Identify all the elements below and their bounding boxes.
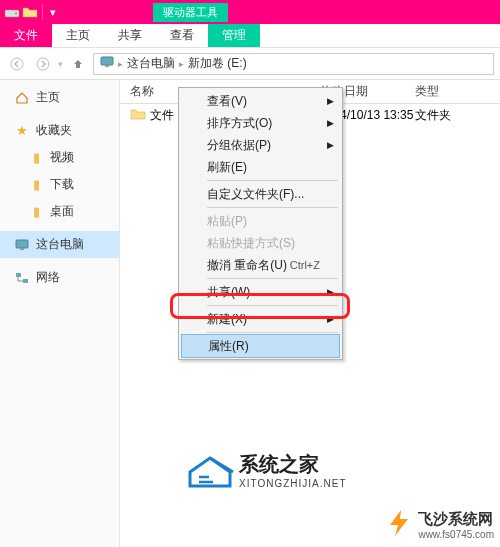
submenu-arrow-icon: ▶: [327, 140, 334, 150]
menu-manage[interactable]: 管理: [208, 24, 260, 47]
sidebar-item-favorites[interactable]: ★ 收藏夹: [0, 117, 119, 144]
sidebar-item-videos[interactable]: ▮ 视频: [0, 144, 119, 171]
pc-icon: [14, 237, 30, 253]
ctx-refresh[interactable]: 刷新(E): [181, 156, 340, 178]
breadcrumb[interactable]: ▸ 这台电脑 ▸ 新加卷 (E:): [93, 53, 494, 75]
watermark-sub: www.fs0745.com: [418, 529, 494, 540]
ctx-new[interactable]: 新建(X)▶: [181, 308, 340, 330]
sidebar-label: 桌面: [50, 203, 74, 220]
folder-icon: ▮: [28, 177, 44, 193]
history-dropdown-icon[interactable]: ▾: [58, 59, 63, 69]
ctx-separator: [207, 305, 338, 306]
network-icon: [14, 270, 30, 286]
sidebar-item-desktop[interactable]: ▮ 桌面: [0, 198, 119, 225]
up-button[interactable]: [67, 53, 89, 75]
watermark-title: 系统之家: [239, 451, 347, 478]
title-bar: ▾ 驱动器工具: [0, 0, 500, 24]
watermark-logo-icon: [185, 450, 235, 490]
submenu-arrow-icon: ▶: [327, 314, 334, 324]
ctx-paste: 粘贴(P): [181, 210, 340, 232]
sidebar-label: 收藏夹: [36, 122, 72, 139]
forward-button[interactable]: [32, 53, 54, 75]
context-menu: 查看(V)▶ 排序方式(O)▶ 分组依据(P)▶ 刷新(E) 自定义文件夹(F)…: [178, 87, 343, 360]
sidebar-label: 这台电脑: [36, 236, 84, 253]
ctx-sort[interactable]: 排序方式(O)▶: [181, 112, 340, 134]
ctx-separator: [207, 180, 338, 181]
svg-rect-9: [23, 279, 28, 283]
folder-icon: [130, 107, 146, 124]
watermark-xitong: 系统之家 XITONGZHIJIA.NET: [185, 450, 347, 490]
svg-point-3: [37, 58, 49, 70]
menu-bar: 文件 主页 共享 查看 管理: [0, 24, 500, 48]
ctx-properties[interactable]: 属性(R): [181, 334, 340, 358]
ctx-paste-shortcut: 粘贴快捷方式(S): [181, 232, 340, 254]
file-name: 文件: [150, 107, 174, 124]
svg-rect-4: [101, 57, 113, 65]
sidebar: 主页 ★ 收藏夹 ▮ 视频 ▮ 下载 ▮ 桌面 这台电脑: [0, 80, 120, 547]
tool-tab: 驱动器工具: [153, 3, 228, 22]
watermark-title: 飞沙系统网: [418, 510, 494, 529]
sidebar-item-downloads[interactable]: ▮ 下载: [0, 171, 119, 198]
star-icon: ★: [14, 123, 30, 139]
home-icon: [14, 90, 30, 106]
svg-rect-6: [16, 240, 28, 248]
folder-icon: ▮: [28, 150, 44, 166]
svg-rect-5: [105, 65, 109, 67]
dropdown-icon[interactable]: ▾: [45, 5, 61, 19]
watermark-flash-icon: [386, 508, 412, 541]
svg-rect-7: [20, 248, 24, 250]
sidebar-label: 视频: [50, 149, 74, 166]
tool-tab-label: 驱动器工具: [153, 3, 228, 22]
ctx-undo[interactable]: 撤消 重命名(U)Ctrl+Z: [181, 254, 340, 276]
svg-point-1: [15, 13, 17, 15]
menu-share[interactable]: 共享: [104, 24, 156, 47]
sidebar-label: 主页: [36, 89, 60, 106]
menu-home[interactable]: 主页: [52, 24, 104, 47]
nav-bar: ▾ ▸ 这台电脑 ▸ 新加卷 (E:): [0, 48, 500, 80]
ctx-separator: [207, 207, 338, 208]
folder-open-icon[interactable]: [22, 5, 38, 19]
menu-view[interactable]: 查看: [156, 24, 208, 47]
drive-icon: [4, 5, 20, 19]
watermark-sub: XITONGZHIJIA.NET: [239, 478, 347, 489]
col-header-type[interactable]: 类型: [415, 83, 500, 100]
ctx-view[interactable]: 查看(V)▶: [181, 90, 340, 112]
svg-point-2: [11, 58, 23, 70]
ctx-customize[interactable]: 自定义文件夹(F)...: [181, 183, 340, 205]
ctx-separator: [207, 278, 338, 279]
ctx-shortcut: Ctrl+Z: [290, 259, 320, 271]
watermark-feisha: 飞沙系统网 www.fs0745.com: [386, 508, 494, 541]
ctx-separator: [207, 332, 338, 333]
sidebar-item-this-pc[interactable]: 这台电脑: [0, 231, 119, 258]
ctx-group[interactable]: 分组依据(P)▶: [181, 134, 340, 156]
pc-icon: [100, 56, 114, 71]
sidebar-label: 网络: [36, 269, 60, 286]
file-type: 文件夹: [415, 107, 500, 124]
breadcrumb-volume[interactable]: 新加卷 (E:): [188, 55, 247, 72]
sidebar-item-home[interactable]: 主页: [0, 84, 119, 111]
chevron-icon: ▸: [179, 59, 184, 69]
ctx-share[interactable]: 共享(W)▶: [181, 281, 340, 303]
submenu-arrow-icon: ▶: [327, 96, 334, 106]
sidebar-label: 下载: [50, 176, 74, 193]
submenu-arrow-icon: ▶: [327, 118, 334, 128]
divider: [42, 4, 43, 20]
back-button[interactable]: [6, 53, 28, 75]
sidebar-item-network[interactable]: 网络: [0, 264, 119, 291]
menu-file[interactable]: 文件: [0, 24, 52, 47]
svg-rect-8: [16, 273, 21, 277]
breadcrumb-pc[interactable]: 这台电脑: [127, 55, 175, 72]
folder-icon: ▮: [28, 204, 44, 220]
chevron-icon: ▸: [118, 59, 123, 69]
submenu-arrow-icon: ▶: [327, 287, 334, 297]
